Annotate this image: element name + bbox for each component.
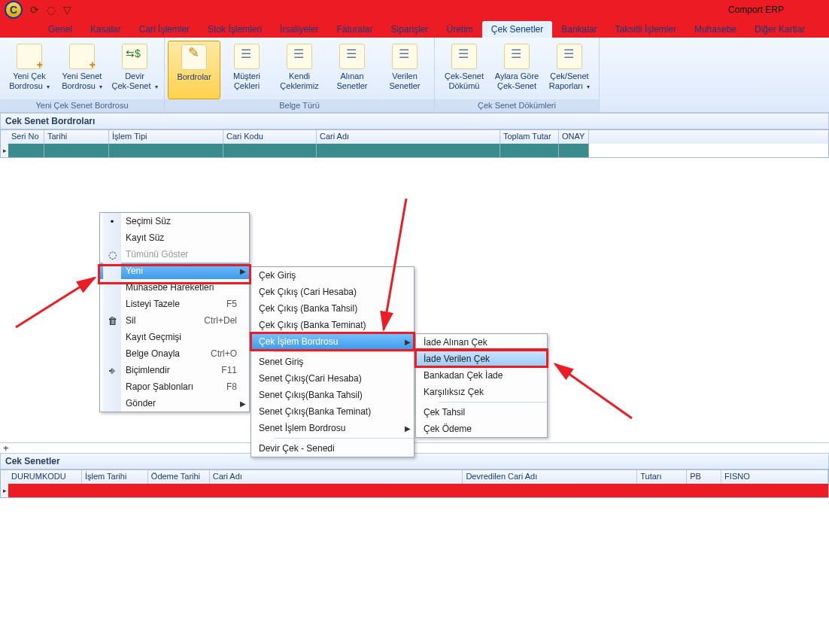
tab-cari-i̇şlemler[interactable]: Cari İşlemler (130, 21, 199, 38)
menu-item[interactable]: •Seçimi Süz (100, 213, 249, 229)
tab-kasalar[interactable]: Kasalar (81, 21, 130, 38)
column-header[interactable]: Devredilen Cari Adı (463, 470, 637, 484)
cell[interactable] (148, 484, 210, 497)
ribbon-button[interactable]: Yeni SenetBordrosu ▾ (56, 41, 108, 99)
menu-item[interactable]: Senet Çıkış(Banka Tahsil) (251, 387, 414, 403)
menu-item[interactable]: Karşılıksız Çek (416, 384, 547, 400)
menu-item[interactable]: Senet Çıkış(Cari Hesaba) (251, 370, 414, 387)
cell[interactable] (8, 484, 82, 497)
menu-item[interactable]: Gönder▶ (100, 395, 249, 412)
menu-item[interactable]: Çek İşlem Bordrosu▶ (251, 333, 414, 350)
cell[interactable] (317, 144, 500, 157)
sync-icon[interactable]: ⟳ (30, 4, 39, 16)
ribbon-button[interactable]: Aylara GöreÇek-Senet (490, 41, 543, 99)
menu-item[interactable]: İade Verilen Çek (416, 351, 547, 367)
ribbon-button[interactable]: DevirÇek-Senet ▾ (108, 41, 161, 99)
menu-item-shortcut: F5 (226, 299, 237, 309)
cell[interactable] (637, 484, 687, 497)
menu-item[interactable]: İade Alınan Çek (416, 334, 547, 351)
column-header[interactable]: Tutarı (637, 470, 687, 484)
column-header[interactable]: Ödeme Tarihi (148, 470, 210, 484)
grid-row[interactable]: ▸ (1, 144, 828, 157)
menu-item[interactable]: Çek Ödeme (416, 421, 547, 437)
menu-item[interactable]: Senet İşlem Bordrosu▶ (251, 420, 414, 436)
menu-item[interactable]: Bankadan Çek İade (416, 367, 547, 384)
ribbon-button-label: Bordrolar (177, 72, 211, 82)
grid-row[interactable]: ▸ (1, 484, 828, 497)
ribbon-button[interactable]: Çek-SenetDökümü (438, 41, 490, 99)
tab-i̇rsaliyeler[interactable]: İrsaliyeler (271, 21, 327, 38)
column-header[interactable]: FISNO (721, 470, 828, 484)
menu-item[interactable]: Çek Çıkış (Banka Tahsil) (251, 300, 414, 317)
cell[interactable] (109, 144, 223, 157)
menu-item[interactable]: Belge OnaylaCtrl+O (100, 345, 249, 362)
ribbon-button[interactable]: MüşteriÇekleri (220, 41, 273, 99)
menu-item-label: Devir Çek - Senedi (259, 443, 402, 454)
menu-item[interactable]: Kayıt Geçmişi (100, 329, 249, 345)
menu-item[interactable]: Rapor ŞablonlarıF8 (100, 378, 249, 395)
menu-item[interactable]: ⎆BiçimlendirF11 (100, 362, 249, 378)
grid-senetler[interactable]: DURUMKODUİşlem TarihiÖdeme TarihiCari Ad… (0, 469, 829, 498)
ribbon-button[interactable]: VerilenSenetler (378, 41, 431, 99)
cell[interactable] (8, 144, 44, 157)
app-logo[interactable]: C (5, 1, 23, 19)
ribbon-button[interactable]: Yeni ÇekBordrosu ▾ (3, 41, 56, 99)
column-header[interactable]: İşlem Tipi (109, 130, 223, 144)
menu-item[interactable]: Listeyi TazeleF5 (100, 296, 249, 312)
cell[interactable] (210, 484, 463, 497)
ribbon-button[interactable]: Bordrolar (168, 41, 220, 99)
column-header[interactable]: İşlem Tarihi (82, 470, 148, 484)
column-header[interactable]: Cari Adı (210, 470, 463, 484)
menu-item[interactable]: Senet Çıkış(Banka Teminat) (251, 403, 414, 420)
cell[interactable] (687, 484, 721, 497)
column-header[interactable]: DURUMKODU (8, 470, 82, 484)
column-header[interactable]: Cari Adı (317, 130, 500, 144)
cell[interactable] (463, 484, 637, 497)
menu-item[interactable]: 🗑SilCtrl+Del (100, 312, 249, 329)
column-header[interactable]: Cari Kodu (223, 130, 317, 144)
tab-çek-senetler[interactable]: Çek Senetler (482, 21, 552, 38)
cell[interactable] (721, 484, 828, 497)
context-menu-main[interactable]: •Seçimi SüzKayıt Süz◌Tümünü GösterYeni▶M… (99, 212, 250, 412)
context-menu-yeni[interactable]: Çek GirişÇek Çıkış (Cari Hesaba)Çek Çıkı… (251, 266, 414, 457)
tab-diğer-kartlar[interactable]: Diğer Kartlar (745, 21, 814, 38)
tab-bankalar[interactable]: Bankalar (552, 21, 606, 38)
context-menu-cek-islem[interactable]: İade Alınan Çekİade Verilen ÇekBankadan … (415, 333, 548, 438)
menu-item[interactable]: Kayıt Süz (100, 229, 249, 246)
column-header[interactable]: Toplam Tutar (500, 130, 559, 144)
cell[interactable] (559, 144, 589, 157)
refresh-icon[interactable]: ◌ (47, 4, 56, 16)
tab-taksitli-i̇şlemler[interactable]: Taksitli İşlemler (606, 21, 685, 38)
menu-item-label: Belge Onayla (126, 348, 196, 359)
chevron-right-icon: ▶ (405, 338, 411, 346)
chevron-down-icon: ▾ (155, 84, 158, 90)
menu-item[interactable]: Yeni▶ (100, 263, 249, 279)
menu-item[interactable]: Çek Çıkış (Banka Teminat) (251, 317, 414, 333)
menu-item[interactable]: Muhasebe Hareketleri (100, 279, 249, 296)
cell[interactable] (223, 144, 317, 157)
tab-genel[interactable]: Genel (39, 21, 81, 38)
menu-item[interactable]: Çek Giriş (251, 267, 414, 284)
cell[interactable] (82, 484, 148, 497)
menu-item[interactable]: Devir Çek - Senedi (251, 440, 414, 457)
tab-siparişler[interactable]: Siparişler (381, 21, 437, 38)
tab-üretim[interactable]: Üretim (438, 21, 482, 38)
menu-item[interactable]: Çek Çıkış (Cari Hesaba) (251, 284, 414, 300)
menu-item[interactable]: Çek Tahsil (416, 404, 547, 421)
ribbon-button[interactable]: Çek/SenetRaporları ▾ (543, 41, 596, 99)
cell[interactable] (44, 144, 109, 157)
cell[interactable] (500, 144, 559, 157)
grid-add-row[interactable]: + (0, 442, 829, 453)
shield-icon[interactable]: ▽ (63, 4, 71, 16)
tab-muhasebe[interactable]: Muhasebe (685, 21, 745, 38)
ribbon-button[interactable]: AlınanSenetler (326, 41, 378, 99)
grid-bordrolar[interactable]: Seri NoTarihiİşlem TipiCari KoduCari Adı… (0, 129, 829, 158)
column-header[interactable]: PB (687, 470, 721, 484)
ribbon-button[interactable]: KendiÇeklerimiz (273, 41, 326, 99)
column-header[interactable]: Tarihi (44, 130, 109, 144)
menu-item[interactable]: Senet Giriş (251, 354, 414, 370)
tab-stok-i̇şlemleri[interactable]: Stok İşlemleri (199, 21, 271, 38)
column-header[interactable]: Seri No (8, 130, 44, 144)
column-header[interactable]: ONAY (559, 130, 589, 144)
tab-faturalar[interactable]: Faturalar (327, 21, 381, 38)
